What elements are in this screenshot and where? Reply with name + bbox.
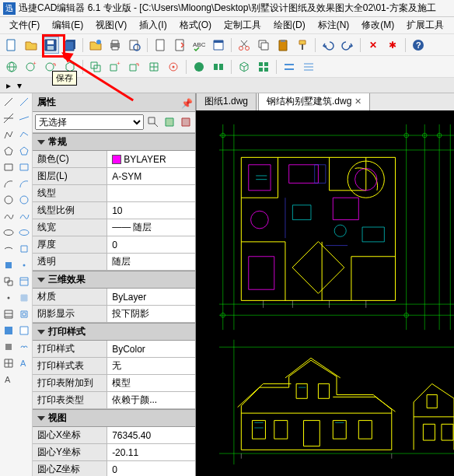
region-icon[interactable] xyxy=(2,340,16,354)
props-section-header[interactable]: 打印样式 xyxy=(33,323,195,341)
page-icon[interactable] xyxy=(152,37,169,54)
page-export-icon[interactable] xyxy=(171,37,188,54)
props-value[interactable]: 依赖于颜... xyxy=(107,392,195,408)
globe-icon[interactable] xyxy=(3,58,20,75)
cut-icon[interactable] xyxy=(236,37,253,54)
props-row[interactable]: 阴影显示投下阴影 xyxy=(33,306,195,323)
menu-edit[interactable]: 编辑(E) xyxy=(46,17,89,33)
selection-dropdown[interactable]: 无选择 xyxy=(35,114,144,130)
purge-icon[interactable]: ✱ xyxy=(384,37,401,54)
menu-modify[interactable]: 修改(M) xyxy=(355,17,400,33)
props-value[interactable]: ByLayer xyxy=(107,289,195,305)
spline-alt-icon[interactable] xyxy=(17,209,31,223)
menu-dim[interactable]: 标注(N) xyxy=(312,17,356,33)
undo-icon[interactable] xyxy=(320,37,337,54)
tab-steel-villa[interactable]: 钢结构别墅建筑.dwg ✕ xyxy=(258,93,370,110)
wipeout-icon[interactable] xyxy=(17,324,31,338)
abc-spellcheck-icon[interactable]: ABC xyxy=(190,37,208,54)
chevron-right-icon[interactable]: ▸ xyxy=(3,80,14,91)
boxes-icon[interactable] xyxy=(255,58,272,75)
revcloud-icon[interactable] xyxy=(17,340,31,354)
group-icon[interactable] xyxy=(210,58,227,75)
pin-icon[interactable]: 📌 xyxy=(181,98,190,107)
format-paint-icon[interactable] xyxy=(294,37,311,54)
menu-ext-tools[interactable]: 扩展工具 xyxy=(400,17,450,33)
print-icon[interactable] xyxy=(107,37,124,54)
circle-fill-icon[interactable] xyxy=(190,58,208,75)
menu-view[interactable]: 视图(V) xyxy=(89,17,133,33)
menu-custom-tools[interactable]: 定制工具 xyxy=(218,17,267,33)
table-icon[interactable] xyxy=(2,356,16,370)
boundary-icon[interactable] xyxy=(17,307,31,321)
props-value[interactable]: 无 xyxy=(107,358,195,374)
circle-alt-icon[interactable] xyxy=(17,193,31,207)
props-section-header[interactable]: 视图 xyxy=(33,409,195,427)
drawing-viewport[interactable] xyxy=(196,110,454,476)
ellipse-alt-icon[interactable] xyxy=(17,226,31,240)
handle-icon[interactable] xyxy=(165,58,182,75)
menu-insert[interactable]: 插入(I) xyxy=(133,17,173,33)
point-alt-icon[interactable] xyxy=(17,258,31,272)
props-value[interactable]: -20.11 xyxy=(107,444,195,460)
globe-plus-icon[interactable]: + xyxy=(23,58,40,75)
block-insert-icon[interactable] xyxy=(2,258,16,272)
line-icon[interactable] xyxy=(2,95,16,109)
props-row[interactable]: 颜色(C)BYLAYER xyxy=(33,151,195,168)
props-row[interactable]: 打印表类型依赖于颜... xyxy=(33,392,195,409)
point-icon[interactable] xyxy=(2,291,16,305)
copy-icon[interactable] xyxy=(255,37,272,54)
props-row[interactable]: 厚度0 xyxy=(33,236,195,254)
line-alt-icon[interactable] xyxy=(17,95,31,109)
menu-format[interactable]: 格式(O) xyxy=(173,17,218,33)
tab-drawing1[interactable]: 图纸1.dwg xyxy=(196,93,257,110)
arc-alt-icon[interactable] xyxy=(17,177,31,191)
props-row[interactable]: 线宽—— 随层 xyxy=(33,219,195,236)
hatch-icon[interactable] xyxy=(2,307,16,321)
blocklib-icon[interactable] xyxy=(17,242,31,256)
props-value[interactable]: 0 xyxy=(107,236,195,253)
quick-open-icon[interactable] xyxy=(87,37,104,54)
squares-plus-icon[interactable]: + xyxy=(107,58,124,75)
cline-icon[interactable] xyxy=(2,111,16,125)
mtext-icon[interactable]: A xyxy=(2,373,16,387)
new-file-icon[interactable] xyxy=(3,37,20,54)
ellipse-icon[interactable] xyxy=(2,226,16,240)
squares-arrow-icon[interactable] xyxy=(126,58,143,75)
polyline-icon[interactable] xyxy=(2,128,16,142)
props-row[interactable]: 圆心Y坐标-20.11 xyxy=(33,444,195,461)
region-alt-icon[interactable] xyxy=(17,291,31,305)
rect-alt-icon[interactable] xyxy=(17,160,31,174)
save-icon[interactable] xyxy=(42,37,59,54)
align-spread-icon[interactable] xyxy=(300,58,317,75)
select-objects-icon[interactable] xyxy=(179,115,193,129)
align-horiz-icon[interactable] xyxy=(281,58,298,75)
props-value[interactable]: 模型 xyxy=(107,375,195,391)
gradient-icon[interactable] xyxy=(2,324,16,338)
quickselect-icon[interactable] xyxy=(146,115,160,129)
props-value[interactable]: —— 随层 xyxy=(107,219,195,236)
window-icon[interactable] xyxy=(210,37,227,54)
block-make-icon[interactable] xyxy=(2,275,16,289)
props-row[interactable]: 圆心Z坐标0 xyxy=(33,461,195,476)
props-value[interactable]: BYLAYER xyxy=(107,151,195,167)
arc-icon[interactable] xyxy=(2,177,16,191)
hatch-alt-icon[interactable] xyxy=(17,275,31,289)
rect-icon[interactable] xyxy=(2,160,16,174)
tab-close-icon[interactable]: ✕ xyxy=(354,96,361,107)
text-alt-icon[interactable]: A xyxy=(17,356,31,370)
paste-icon[interactable] xyxy=(274,37,292,54)
circle-icon[interactable] xyxy=(2,193,16,207)
props-section-header[interactable]: 三维效果 xyxy=(33,271,195,289)
xline-alt-icon[interactable] xyxy=(17,111,31,125)
erase-icon[interactable]: ✕ xyxy=(365,37,382,54)
props-row[interactable]: 打印样式ByColor xyxy=(33,341,195,358)
print-preview-icon[interactable] xyxy=(126,37,143,54)
props-value[interactable]: 投下阴影 xyxy=(107,306,195,322)
props-value[interactable]: 76345.40 xyxy=(107,427,195,443)
spline-icon[interactable] xyxy=(2,209,16,223)
props-row[interactable]: 打印样式表无 xyxy=(33,358,195,375)
ellipse-arc-icon[interactable] xyxy=(2,242,16,256)
menu-file[interactable]: 文件(F) xyxy=(3,17,46,33)
props-value[interactable]: A-SYM xyxy=(107,168,195,184)
props-value[interactable]: 0 xyxy=(107,461,195,476)
